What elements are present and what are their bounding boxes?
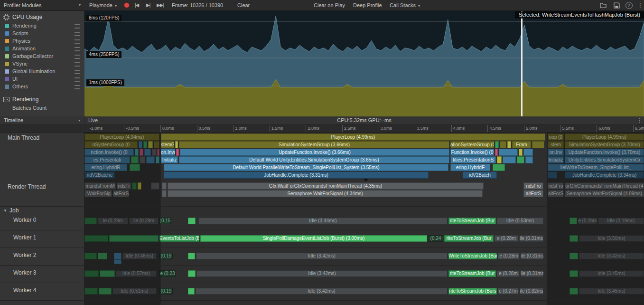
timeline-span[interactable]: ile (0.31ms	[521, 253, 543, 259]
timeline-span[interactable]	[84, 253, 97, 259]
timeline-span[interactable]	[499, 149, 518, 156]
timeline-span[interactable]	[139, 141, 142, 148]
timeline-span[interactable]	[109, 235, 159, 242]
drag-handle-icon[interactable]	[75, 62, 80, 67]
help-icon[interactable]: ?	[625, 1, 633, 9]
timeline-span[interactable]: (0.19	[159, 288, 173, 295]
timeline-span[interactable]	[532, 141, 544, 148]
timeline-span[interactable]: ationSystemGroup (0	[450, 141, 494, 148]
timeline-span[interactable]: SinglePollDamageEventListJob (Burst) (3.…	[200, 235, 427, 242]
timeline-span[interactable]	[569, 253, 578, 259]
timeline-span[interactable]: ile (0.32ms	[520, 288, 543, 295]
timeline-span[interactable]	[114, 259, 121, 264]
drag-handle-icon[interactable]	[75, 32, 80, 36]
timeline-menu-icon[interactable]: ⋮	[637, 116, 642, 124]
timeline-span[interactable]	[188, 218, 196, 224]
timeline-span[interactable]: e (0.28m	[498, 253, 520, 259]
timeline-span[interactable]	[497, 156, 502, 163]
timeline-span[interactable]: nSystemGroup (0	[84, 141, 138, 148]
timeline-span[interactable]: Idle (3.50ms)	[579, 235, 644, 242]
legend-item-animation[interactable]: Animation	[0, 45, 84, 52]
timeline-span[interactable]	[144, 149, 151, 156]
timeline-span[interactable]: stemGr	[161, 141, 174, 148]
timeline-span[interactable]	[132, 182, 137, 190]
timeline-span[interactable]: ering.HybridF	[450, 164, 490, 171]
timeline-span[interactable]	[495, 141, 499, 148]
legend-item-global-illumination[interactable]: Global Illumination	[0, 67, 84, 75]
timeline-span[interactable]: ile (0.29m	[129, 218, 159, 224]
timeline-span[interactable]: es.Presentati	[84, 156, 130, 163]
timeline-span[interactable]: Initializ	[161, 156, 178, 163]
timeline-span[interactable]: PlayerLoop (4.99ms)	[565, 133, 644, 141]
timeline-span[interactable]	[135, 149, 139, 156]
timeline-span[interactable]	[523, 149, 533, 156]
timeline-span[interactable]: ering.HybridR	[84, 164, 127, 171]
timeline-span[interactable]: e (0.28m	[495, 235, 518, 242]
timeline-span[interactable]	[188, 253, 195, 259]
timeline-span[interactable]: .WaitForSig	[84, 190, 112, 197]
timeline-span[interactable]: SimulationSystemGroup (3.66ms)	[179, 141, 449, 148]
legend-item-rendering[interactable]: Rendering	[0, 22, 84, 29]
timeline-span[interactable]: ndsFro	[548, 182, 564, 190]
cpu-chart[interactable]: Selected: WriteStreamEventsToHashMapJob …	[84, 10, 644, 116]
playmode-target-dropdown[interactable]: Playmode▾	[86, 0, 120, 10]
timeline-span[interactable]: Idle (3.42ms)	[196, 270, 448, 277]
timeline-span[interactable]	[114, 253, 121, 259]
timeline-span[interactable]: e (0.23	[159, 270, 176, 277]
timeline-span[interactable]	[157, 149, 159, 156]
thread-label-main-thread[interactable]: Main Thread	[8, 134, 39, 141]
timeline-span[interactable]: Unity.Entities.SimulationSystemGr	[565, 156, 644, 163]
timeline-span[interactable]: riteToStreamJob (Bur	[444, 235, 494, 242]
drag-handle-icon[interactable]	[75, 55, 80, 59]
timeline-span[interactable]	[138, 182, 141, 190]
timeline-span[interactable]: (0.15	[159, 218, 171, 224]
legend-item-physics[interactable]: Physics	[0, 37, 84, 45]
selected-frame-line[interactable]	[521, 10, 523, 116]
timeline-tracks[interactable]: PlayerLoop (4.94ms)PlayerLoop (4.99ms)oo…	[84, 132, 644, 305]
timeline-span[interactable]: Idle (3.45ms)	[579, 270, 644, 277]
drag-handle-icon[interactable]	[75, 70, 80, 74]
timeline-span[interactable]	[151, 182, 159, 190]
timeline-span[interactable]: Idle (0.53ms)	[497, 218, 543, 224]
timeline-span[interactable]	[130, 164, 140, 171]
first-frame-button[interactable]: |◀	[135, 0, 139, 10]
timeline-span[interactable]	[507, 141, 511, 148]
timeline-span[interactable]: idV2Batch	[463, 172, 497, 179]
deep-profile-toggle[interactable]: Deep Profile	[351, 0, 384, 10]
timeline-span[interactable]	[154, 141, 159, 148]
thread-label-worker-0[interactable]: Worker 0	[13, 217, 36, 223]
timeline-span[interactable]: riteToStreamJob (Bur	[448, 218, 496, 224]
timeline-span[interactable]: Idle (0.48ms)	[122, 253, 157, 259]
timeline-span[interactable]: riteToStreamJob (Bur	[448, 270, 496, 277]
module-header-cpu[interactable]: CPU Usage	[0, 12, 84, 22]
job-foldout-icon[interactable]: ▼	[3, 209, 7, 213]
timeline-span[interactable]	[84, 235, 108, 242]
timeline-span[interactable]: ile (0.31ms	[519, 235, 543, 242]
timeline-span[interactable]: Idle (3.42ms)	[196, 288, 448, 295]
timeline-span[interactable]	[495, 149, 498, 156]
thread-group-job[interactable]: Job	[9, 207, 19, 214]
timeline-span[interactable]: ile (0.31ms	[521, 270, 543, 277]
view-mode-dropdown[interactable]: Timeline ▾	[0, 116, 84, 124]
timeline-span[interactable]: (0.19	[159, 253, 173, 259]
timeline-span[interactable]	[188, 288, 195, 295]
timeline-span[interactable]: Idle (0.57ms)	[116, 270, 157, 277]
timeline-span[interactable]	[99, 288, 112, 295]
module-header-rendering[interactable]: Rendering	[0, 95, 84, 104]
timeline-span[interactable]: e (0.27m	[498, 288, 519, 295]
legend-item-others[interactable]: Others	[0, 83, 84, 90]
legend-item-garbagecollector[interactable]: GarbageCollector	[0, 52, 84, 60]
timeline-span[interactable]	[148, 141, 153, 148]
timeline-span[interactable]: Semaphore.WaitForSignal (4.34ms)	[168, 190, 483, 197]
drag-handle-icon[interactable]	[75, 39, 80, 44]
timeline-span[interactable]	[140, 149, 143, 156]
timeline-span[interactable]	[569, 218, 577, 224]
thread-label-worker-1[interactable]: Worker 1	[13, 234, 36, 241]
timeline-span[interactable]: Idle (3.44ms)	[198, 218, 448, 224]
timeline-span[interactable]	[152, 149, 157, 156]
timeline-span[interactable]: aitForS	[113, 190, 129, 197]
timeline-span[interactable]: Default World Unity.Entities.SimulationS…	[179, 156, 449, 163]
timeline-span[interactable]: nction.Invoke() (0	[84, 149, 134, 156]
drag-handle-icon[interactable]	[75, 24, 80, 29]
timeline-span[interactable]: Fram	[512, 141, 531, 148]
